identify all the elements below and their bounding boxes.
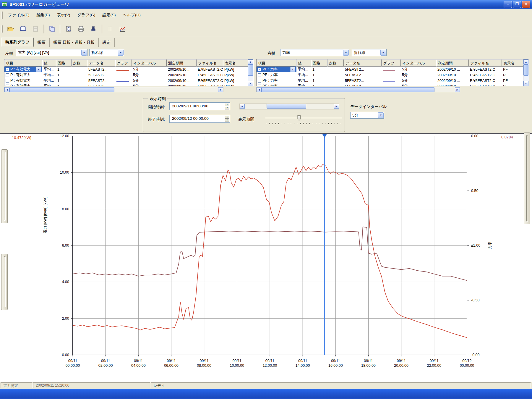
column-header[interactable]: データ名 bbox=[87, 59, 115, 67]
column-header[interactable]: 値 bbox=[296, 59, 311, 67]
column-header[interactable]: データ名 bbox=[344, 59, 382, 67]
column-header[interactable]: インターバル bbox=[132, 59, 167, 67]
column-header[interactable]: 表示名 bbox=[223, 59, 249, 67]
left-table-hscrollbar[interactable]: ◀▶ bbox=[4, 87, 223, 92]
scroll-right-button[interactable]: ▶ bbox=[334, 104, 339, 109]
maximize-button[interactable]: ❐ bbox=[513, 1, 521, 8]
table-row[interactable]: PF : 力率平均...15FEAST2...5分2002/09/10 ...E… bbox=[257, 83, 529, 86]
item-cell[interactable]: PF : 力率 bbox=[257, 83, 296, 86]
vertical-scrollbar[interactable]: ▲▼ bbox=[248, 59, 253, 86]
start-time-spinner[interactable]: 2002/09/11 00:00:00 ▲▼ bbox=[169, 102, 230, 110]
chevron-down-icon[interactable]: ▼ bbox=[343, 50, 349, 56]
right-table-hscrollbar[interactable]: ◀▶ bbox=[256, 87, 460, 92]
column-header[interactable]: 回路 bbox=[56, 59, 72, 67]
spin-down-icon[interactable]: ▼ bbox=[225, 106, 229, 109]
menu-item-4[interactable]: グラフ(G) bbox=[74, 11, 99, 19]
close-button[interactable]: × bbox=[522, 1, 530, 8]
open-data-button[interactable] bbox=[17, 23, 29, 35]
chevron-down-icon[interactable]: ▼ bbox=[378, 112, 384, 118]
column-header[interactable]: 測定期間 bbox=[167, 59, 197, 67]
item-cell[interactable]: PF : 力率 bbox=[257, 72, 296, 78]
scroll-right-button[interactable]: ▶ bbox=[218, 87, 223, 92]
spin-up-icon[interactable]: ▲ bbox=[225, 116, 229, 119]
table-row[interactable]: PF : 力率平均...15FEAST2...5分2002/09/10 ...E… bbox=[257, 72, 529, 78]
spin-up-icon[interactable]: ▲ bbox=[225, 103, 229, 106]
display-period-slider[interactable] bbox=[265, 115, 342, 125]
grip-handle[interactable] bbox=[1, 12, 3, 19]
chevron-down-icon[interactable]: ▼ bbox=[290, 67, 295, 72]
table-row[interactable]: P : 有効電力平均...15FEAST2...5分2002/09/10 ...… bbox=[4, 83, 253, 86]
table-row[interactable]: ✓P : 有効電力▼平均...15FEAST2...5分2002/09/10 .… bbox=[4, 67, 253, 72]
scroll-down-button[interactable]: ▼ bbox=[523, 81, 528, 86]
time-range-scrollbar[interactable]: ◀▶ bbox=[239, 104, 339, 109]
grip-handle[interactable] bbox=[1, 25, 3, 33]
scroll-right-button[interactable]: ▶ bbox=[455, 87, 460, 92]
pane-handle[interactable] bbox=[524, 133, 530, 224]
scroll-up-button[interactable]: ▲ bbox=[523, 59, 528, 64]
left-axis-series-combo[interactable]: 電力 [W] [var] [VA] ▼ bbox=[16, 49, 87, 56]
item-cell[interactable]: P : 有効電力 bbox=[4, 83, 42, 86]
scroll-left-button[interactable]: ◀ bbox=[4, 87, 9, 92]
print-button[interactable] bbox=[75, 23, 87, 35]
column-header[interactable]: 測定期間 bbox=[436, 59, 469, 67]
scrollbar-thumb[interactable] bbox=[262, 87, 434, 92]
chevron-down-icon[interactable]: ▼ bbox=[36, 67, 41, 72]
item-cell[interactable]: ✓PF : 力率▼ bbox=[257, 67, 296, 72]
checkbox[interactable] bbox=[6, 79, 9, 83]
slider-thumb[interactable] bbox=[297, 115, 301, 121]
column-header[interactable]: 項目 bbox=[4, 59, 42, 67]
table-row[interactable]: ✓PF : 力率▼平均...15FEAST2...5分2002/09/10 ..… bbox=[257, 67, 529, 72]
scroll-down-button[interactable]: ▼ bbox=[248, 81, 253, 86]
tab-4[interactable]: 設定 bbox=[99, 38, 115, 47]
column-header[interactable]: インターバル bbox=[401, 59, 436, 67]
column-header[interactable]: 回路 bbox=[311, 59, 327, 67]
scroll-left-button[interactable]: ◀ bbox=[257, 87, 262, 92]
end-time-spinner[interactable]: 2002/09/12 00:00:00 ▲▼ bbox=[169, 115, 230, 123]
column-header[interactable]: 項目 bbox=[257, 59, 296, 67]
menu-item-1[interactable]: ファイル(F) bbox=[4, 11, 33, 19]
item-cell[interactable]: P : 有効電力 bbox=[4, 78, 42, 83]
menu-item-3[interactable]: 表示(V) bbox=[53, 11, 74, 19]
print-setup-button[interactable] bbox=[87, 23, 100, 35]
checkbox[interactable] bbox=[258, 85, 261, 87]
open-file-button[interactable] bbox=[4, 23, 17, 35]
menu-item-2[interactable]: 編集(E) bbox=[33, 11, 53, 19]
scroll-left-button[interactable]: ◀ bbox=[240, 104, 245, 109]
column-header[interactable]: ファイル名 bbox=[469, 59, 502, 67]
print-preview-button[interactable] bbox=[62, 23, 75, 35]
item-cell[interactable]: P : 有効電力 bbox=[4, 72, 42, 78]
column-header[interactable]: 表示名 bbox=[502, 59, 524, 67]
right-axis-series-combo[interactable]: 力率 ▼ bbox=[280, 49, 349, 56]
scrollbar-thumb[interactable] bbox=[267, 104, 306, 109]
menu-item-6[interactable]: ヘルプ(H) bbox=[119, 11, 144, 19]
scroll-up-button[interactable]: ▲ bbox=[248, 59, 253, 64]
column-header[interactable]: グラフ bbox=[115, 59, 132, 67]
checkbox[interactable]: ✓ bbox=[258, 68, 261, 71]
checkbox[interactable] bbox=[258, 79, 261, 83]
item-cell[interactable]: ✓P : 有効電力▼ bbox=[4, 67, 42, 72]
chevron-down-icon[interactable]: ▼ bbox=[118, 50, 124, 56]
tab-1[interactable]: 時系列グラフ bbox=[1, 38, 34, 47]
copy-button[interactable] bbox=[46, 23, 58, 35]
minimize-button[interactable]: – bbox=[504, 1, 512, 8]
table-row[interactable]: PF : 力率平均...15FEAST2...5分2002/09/10 ...E… bbox=[257, 78, 529, 83]
checkbox[interactable] bbox=[6, 85, 9, 87]
checkbox[interactable] bbox=[258, 73, 261, 77]
pane-handle[interactable] bbox=[1, 254, 8, 310]
menu-item-5[interactable]: 設定(S) bbox=[99, 11, 119, 19]
tab-2[interactable]: 帳票 bbox=[34, 38, 50, 47]
checkbox[interactable]: ✓ bbox=[6, 68, 9, 71]
table-row[interactable]: P : 有効電力平均...15FEAST2...5分2002/09/10 ...… bbox=[4, 72, 253, 78]
spin-down-icon[interactable]: ▼ bbox=[225, 119, 229, 122]
column-header[interactable]: グラフ bbox=[382, 59, 401, 67]
chevron-down-icon[interactable]: ▼ bbox=[81, 50, 87, 56]
data-interval-combo[interactable]: 5分 ▼ bbox=[350, 112, 384, 119]
right-axis-style-combo[interactable]: 折れ線 ▼ bbox=[352, 49, 387, 56]
graph-setting-button[interactable] bbox=[116, 23, 129, 35]
item-cell[interactable]: PF : 力率 bbox=[257, 78, 296, 83]
chevron-down-icon[interactable]: ▼ bbox=[380, 50, 386, 56]
column-header[interactable]: 次数 bbox=[327, 59, 344, 67]
scrollbar-thumb[interactable] bbox=[9, 87, 114, 92]
pane-handle[interactable] bbox=[1, 149, 8, 223]
scrollbar-thumb[interactable] bbox=[248, 64, 253, 76]
